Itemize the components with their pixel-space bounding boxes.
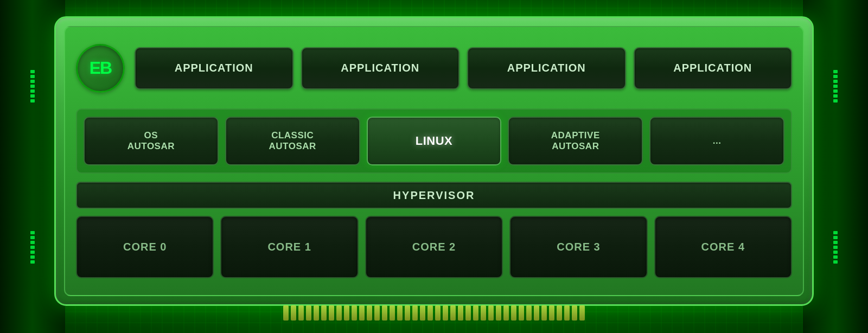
pin bbox=[30, 260, 35, 264]
connector-pin bbox=[450, 305, 456, 321]
connector-pin bbox=[352, 305, 357, 321]
connector-pin bbox=[564, 305, 570, 321]
eb-logo: EB bbox=[76, 44, 125, 93]
connector-pin bbox=[344, 305, 349, 321]
connector-pin bbox=[572, 305, 577, 321]
connector-pin bbox=[496, 305, 501, 321]
core-box-0: Core 0 bbox=[76, 216, 214, 278]
pin bbox=[30, 236, 35, 239]
os-box-classic: ClassicAUTOSAR bbox=[225, 117, 360, 165]
connector-pin bbox=[534, 305, 539, 321]
left-pins-top bbox=[30, 70, 35, 103]
connector-pin bbox=[541, 305, 547, 321]
os-box-linux: Linux bbox=[367, 117, 502, 165]
connector-pin bbox=[473, 305, 478, 321]
core-box-2: Core 2 bbox=[365, 216, 503, 278]
os-adaptive-label: AdaptiveAUTOSAR bbox=[551, 130, 600, 152]
connector-pin bbox=[503, 305, 509, 321]
application-label-1: Application bbox=[175, 62, 253, 74]
core-label-1: Core 1 bbox=[267, 241, 311, 253]
cores-section: Core 0 Core 1 Core 2 Core 3 Core 4 bbox=[76, 216, 792, 278]
application-box-2: Application bbox=[301, 47, 460, 89]
os-box-autosar: OSAUTOSAR bbox=[84, 117, 219, 165]
pin bbox=[833, 251, 838, 254]
right-pins-bottom bbox=[833, 231, 838, 264]
connector-pin bbox=[291, 305, 296, 321]
pin bbox=[30, 70, 35, 73]
pin bbox=[833, 75, 838, 78]
application-boxes: Application Application Application Appl… bbox=[135, 47, 792, 89]
pin bbox=[833, 260, 838, 264]
application-box-1: Application bbox=[135, 47, 293, 89]
application-box-4: Application bbox=[634, 47, 793, 89]
os-autosar-label: OSAUTOSAR bbox=[127, 130, 175, 152]
pin bbox=[833, 85, 838, 88]
pin bbox=[833, 89, 838, 93]
connector-pin bbox=[367, 305, 372, 321]
chip-body: EB Application Application Application A… bbox=[54, 16, 814, 306]
connector-pin bbox=[420, 305, 425, 321]
connector-pin bbox=[314, 305, 319, 321]
pin bbox=[30, 94, 35, 98]
left-pins-bottom bbox=[30, 231, 35, 264]
connector-pin bbox=[557, 305, 562, 321]
hypervisor-section: Hypervisor bbox=[76, 182, 792, 209]
connector-pin bbox=[321, 305, 327, 321]
core-label-0: Core 0 bbox=[123, 241, 167, 253]
os-boxes-container: OSAUTOSAR ClassicAUTOSAR Linux AdaptiveA… bbox=[76, 108, 792, 174]
connector-pin bbox=[519, 305, 524, 321]
connector-pin bbox=[405, 305, 410, 321]
connector-pin bbox=[329, 305, 334, 321]
os-classic-label: ClassicAUTOSAR bbox=[269, 130, 316, 152]
application-box-3: Application bbox=[467, 47, 626, 89]
connector-pin bbox=[435, 305, 441, 321]
os-linux-label: Linux bbox=[416, 134, 453, 148]
connector-pin bbox=[359, 305, 365, 321]
connector-pin bbox=[481, 305, 486, 321]
right-pins-top bbox=[833, 70, 838, 103]
connector-pin bbox=[412, 305, 418, 321]
bottom-connector-strip bbox=[54, 303, 814, 322]
os-section: OSAUTOSAR ClassicAUTOSAR Linux AdaptiveA… bbox=[76, 108, 792, 174]
connector-pin bbox=[427, 305, 433, 321]
pin bbox=[833, 241, 838, 244]
connector-pin bbox=[397, 305, 403, 321]
application-label-3: Application bbox=[507, 62, 586, 74]
pin bbox=[30, 89, 35, 93]
core-box-1: Core 1 bbox=[220, 216, 358, 278]
chip-inner: EB Application Application Application A… bbox=[64, 26, 804, 296]
os-box-other: ... bbox=[649, 117, 784, 165]
pin bbox=[833, 255, 838, 259]
pin bbox=[833, 99, 838, 103]
connector-pin bbox=[390, 305, 395, 321]
os-other-label: ... bbox=[713, 136, 722, 146]
hypervisor-label: Hypervisor bbox=[393, 189, 475, 202]
connector-pin bbox=[465, 305, 471, 321]
connector-pin bbox=[374, 305, 380, 321]
connector-pin bbox=[443, 305, 448, 321]
pin bbox=[833, 94, 838, 98]
pin bbox=[833, 236, 838, 239]
pin bbox=[833, 246, 838, 249]
connector-pin bbox=[488, 305, 494, 321]
pin bbox=[30, 99, 35, 103]
pin bbox=[30, 251, 35, 254]
pin bbox=[30, 255, 35, 259]
connector-pin bbox=[283, 305, 289, 321]
eb-logo-text: EB bbox=[90, 58, 111, 78]
application-label-2: Application bbox=[341, 62, 419, 74]
core-box-4: Core 4 bbox=[654, 216, 792, 278]
connector-pin bbox=[382, 305, 387, 321]
pin bbox=[30, 231, 35, 234]
connector-pin bbox=[579, 305, 585, 321]
os-box-adaptive: AdaptiveAUTOSAR bbox=[508, 117, 643, 165]
core-label-2: Core 2 bbox=[412, 241, 456, 253]
connector-pin bbox=[336, 305, 342, 321]
pin bbox=[833, 70, 838, 73]
top-section: EB Application Application Application A… bbox=[76, 37, 792, 99]
connector-pin bbox=[306, 305, 311, 321]
pin bbox=[30, 246, 35, 249]
application-label-4: Application bbox=[673, 62, 752, 74]
core-box-3: Core 3 bbox=[509, 216, 647, 278]
core-label-3: Core 3 bbox=[557, 241, 600, 253]
